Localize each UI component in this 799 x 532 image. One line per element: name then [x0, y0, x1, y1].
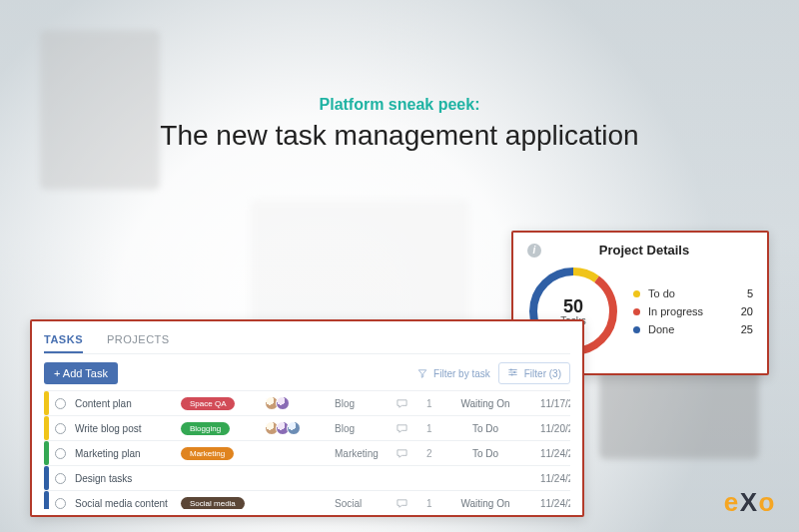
task-name: Design tasks	[75, 473, 175, 484]
category: Blog	[335, 423, 391, 434]
sliders-icon	[507, 367, 518, 379]
tabs: TASKS PROJECTS	[44, 329, 570, 354]
comment-icon	[397, 398, 407, 409]
legend-row: In progress20	[633, 305, 753, 317]
status-stripe	[44, 466, 49, 490]
tag-pill: Space QA	[181, 397, 235, 410]
checkbox-ring[interactable]	[55, 498, 66, 509]
status-stripe	[44, 391, 49, 415]
legend-dot	[633, 290, 640, 297]
comment-count: 2	[426, 448, 446, 459]
status-stripe	[44, 441, 49, 465]
filter-advanced[interactable]: Filter (3)	[498, 362, 570, 384]
project-details-title: Project Details	[549, 243, 753, 258]
task-name: Marketing plan	[75, 448, 175, 459]
funnel-icon	[417, 369, 427, 378]
tag-pill: Social media	[181, 497, 245, 510]
task-status: To Do	[452, 448, 518, 459]
category: Social	[335, 498, 391, 509]
legend-value: 25	[731, 323, 753, 335]
checkbox-ring[interactable]	[55, 398, 66, 409]
info-icon[interactable]: i	[527, 244, 541, 258]
svg-point-6	[510, 369, 512, 371]
comment-count: 1	[426, 498, 446, 509]
legend-value: 20	[731, 305, 753, 317]
assignees	[265, 396, 329, 410]
legend-value: 5	[731, 287, 753, 299]
filter3-label: Filter (3)	[524, 368, 561, 379]
tag-pill: Marketing	[181, 447, 234, 460]
table-row[interactable]: Write blog postBloggingBlog1To Do11/20/2…	[44, 415, 570, 440]
due-date: 11/24/2020	[524, 473, 570, 484]
comment-count: 1	[426, 423, 446, 434]
comment-icon	[397, 423, 407, 434]
svg-point-7	[513, 371, 515, 373]
status-stripe	[44, 416, 49, 440]
svg-point-8	[510, 374, 512, 376]
task-name: Write blog post	[75, 423, 175, 434]
table-row[interactable]: Marketing planMarketingMarketing2To Do11…	[44, 440, 570, 465]
category: Blog	[335, 398, 391, 409]
filter-task-label: Filter by task	[433, 368, 490, 379]
tab-tasks[interactable]: TASKS	[44, 329, 83, 353]
legend-label: Done	[648, 323, 731, 335]
legend-dot	[633, 326, 640, 333]
task-status: Waiting On	[452, 498, 518, 509]
legend-dot	[633, 308, 640, 315]
legend-row: Done25	[633, 323, 753, 335]
add-task-button[interactable]: + Add Task	[44, 362, 118, 384]
assignees	[265, 421, 329, 435]
table-row[interactable]: Social media contentSocial mediaSocial1W…	[44, 490, 570, 509]
tasks-panel: TASKS PROJECTS + Add Task Filter by task…	[30, 319, 584, 517]
avatar	[276, 396, 290, 410]
due-date: 11/17/2020	[524, 398, 570, 409]
category: Marketing	[335, 448, 391, 459]
filter-by-task[interactable]: Filter by task	[409, 364, 498, 383]
comment-count: 1	[426, 398, 446, 409]
tab-projects[interactable]: PROJECTS	[107, 329, 170, 353]
total-count: 50	[563, 297, 583, 315]
comment-icon	[397, 498, 407, 509]
comment-icon	[397, 448, 407, 459]
status-stripe	[44, 491, 49, 509]
tag-pill: Blogging	[181, 422, 230, 435]
table-row[interactable]: Design tasks11/24/2020	[44, 465, 570, 490]
avatar	[287, 421, 301, 435]
task-name: Social media content	[75, 498, 175, 509]
task-name: Content plan	[75, 398, 175, 409]
due-date: 11/20/2020	[524, 423, 570, 434]
legend-label: To do	[648, 287, 731, 299]
kicker: Platform sneak peek:	[0, 96, 799, 114]
comment-icon	[397, 473, 407, 484]
due-date: 11/24/2020	[524, 498, 570, 509]
exo-logo: e X o	[724, 487, 775, 518]
legend-row: To do5	[633, 287, 753, 299]
page-title: The new task management application	[0, 120, 799, 152]
checkbox-ring[interactable]	[55, 448, 66, 459]
task-list: Content planSpace QABlog1Waiting On11/17…	[44, 390, 570, 509]
task-status: To Do	[452, 423, 518, 434]
table-row[interactable]: Content planSpace QABlog1Waiting On11/17…	[44, 390, 570, 415]
task-status: Waiting On	[452, 398, 518, 409]
legend-label: In progress	[648, 305, 731, 317]
checkbox-ring[interactable]	[55, 473, 66, 484]
due-date: 11/24/2020	[524, 448, 570, 459]
chart-legend: To do5In progress20Done25	[633, 287, 753, 335]
checkbox-ring[interactable]	[55, 423, 66, 434]
